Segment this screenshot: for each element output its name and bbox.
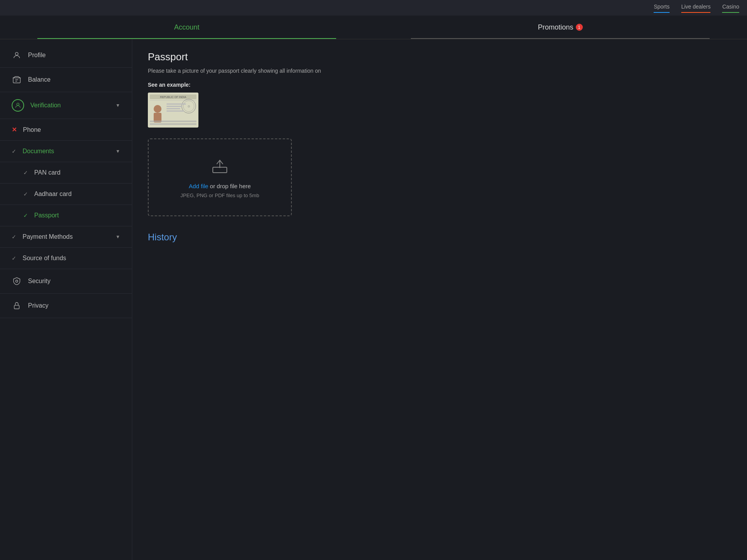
nav-live-dealers[interactable]: Live dealers [681, 4, 711, 12]
passport-title: Passport [148, 51, 731, 63]
verification-chevron-icon: ▼ [116, 103, 120, 108]
passport-label: Passport [34, 212, 120, 219]
promotions-badge: 1 [576, 24, 583, 31]
sidebar-item-profile[interactable]: Profile [0, 43, 132, 68]
profile-icon [12, 50, 22, 60]
passport-example-image: REPUBLIC OF INDIA ⊙ [148, 93, 198, 128]
sidebar-item-balance[interactable]: Balance [0, 68, 132, 92]
passport-check-icon: ✓ [23, 212, 28, 219]
upload-hint: JPEG, PNG or PDF files up to 5mb [181, 192, 259, 198]
upload-text: Add file or drop file here [189, 183, 251, 189]
tab-promotions-label: Promotions [538, 23, 573, 32]
security-label: Security [28, 278, 120, 285]
nav-sports[interactable]: Sports [654, 4, 669, 12]
pan-check-icon: ✓ [23, 170, 28, 176]
add-file-link[interactable]: Add file [189, 183, 208, 189]
svg-rect-16 [167, 103, 186, 105]
payment-check-icon: ✓ [12, 234, 16, 240]
passport-description: Please take a picture of your passport c… [148, 68, 731, 74]
svg-rect-17 [167, 106, 182, 107]
phone-error-icon: ✕ [12, 126, 17, 133]
svg-point-5 [16, 280, 18, 282]
svg-text:⊙: ⊙ [188, 105, 190, 108]
profile-label: Profile [28, 52, 120, 59]
svg-rect-20 [150, 121, 196, 122]
tab-promotions[interactable]: Promotions 1 [374, 16, 747, 39]
tab-account-label: Account [174, 23, 199, 32]
nav-casino[interactable]: Casino [722, 4, 739, 12]
upload-icon [210, 156, 229, 177]
balance-icon [12, 75, 22, 85]
privacy-icon [12, 301, 22, 311]
aadhaar-check-icon: ✓ [23, 191, 28, 197]
sidebar-item-pan-card[interactable]: ✓ PAN card [0, 162, 132, 184]
second-navbar: Account Promotions 1 [0, 16, 747, 39]
sidebar-item-privacy[interactable]: Privacy [0, 294, 132, 318]
svg-rect-1 [13, 78, 20, 83]
svg-rect-22 [213, 167, 227, 173]
verification-label: Verification [30, 102, 109, 109]
sidebar-item-aadhaar-card[interactable]: ✓ Aadhaar card [0, 184, 132, 205]
sidebar-item-security[interactable]: Security [0, 269, 132, 294]
source-of-funds-label: Source of funds [23, 255, 120, 262]
history-title: History [148, 232, 731, 243]
file-upload-area[interactable]: Add file or drop file here JPEG, PNG or … [148, 138, 292, 216]
payment-chevron-icon: ▼ [116, 234, 120, 240]
phone-label: Phone [23, 126, 120, 133]
documents-chevron-icon: ▼ [116, 149, 120, 154]
sidebar-item-source-of-funds[interactable]: ✓ Source of funds [0, 248, 132, 269]
svg-point-11 [154, 105, 161, 113]
svg-rect-21 [150, 123, 196, 125]
aadhaar-card-label: Aadhaar card [34, 191, 120, 198]
main-content-area: Passport Please take a picture of your p… [132, 39, 747, 560]
sidebar-item-verification[interactable]: Verification ▼ [0, 92, 132, 119]
sidebar-item-payment-methods[interactable]: ✓ Payment Methods ▼ [0, 226, 132, 248]
privacy-label: Privacy [28, 302, 120, 309]
svg-text:REPUBLIC OF INDIA: REPUBLIC OF INDIA [160, 96, 186, 98]
balance-label: Balance [28, 76, 120, 83]
main-layout: Profile Balance Verificati [0, 39, 747, 560]
svg-point-0 [15, 52, 18, 55]
sidebar: Profile Balance Verificati [0, 39, 132, 560]
documents-check-icon: ✓ [12, 148, 16, 154]
see-example-label: See an example: [148, 82, 731, 88]
sidebar-item-phone[interactable]: ✕ Phone [0, 119, 132, 141]
tab-account[interactable]: Account [0, 16, 374, 39]
sidebar-item-documents[interactable]: ✓ Documents ▼ [0, 141, 132, 162]
verification-icon [12, 99, 24, 112]
svg-rect-18 [167, 108, 180, 109]
documents-label: Documents [23, 148, 109, 155]
security-icon [12, 276, 22, 286]
or-drop-label: or drop file here [208, 183, 251, 189]
sidebar-item-passport[interactable]: ✓ Passport [0, 205, 132, 226]
svg-rect-19 [167, 110, 184, 112]
pan-card-label: PAN card [34, 169, 120, 176]
source-check-icon: ✓ [12, 255, 16, 261]
top-navbar: Sports Live dealers Casino [0, 0, 747, 16]
payment-methods-label: Payment Methods [23, 233, 109, 240]
svg-point-4 [17, 103, 19, 105]
svg-rect-6 [14, 305, 19, 309]
